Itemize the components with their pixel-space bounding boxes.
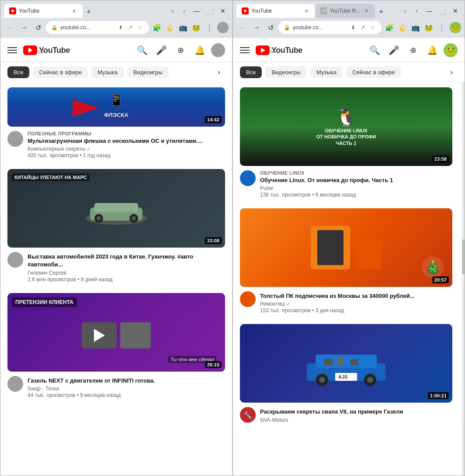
chip-all-left[interactable]: Все (7, 66, 29, 78)
bookmark-star-icon-right[interactable]: ☆ (368, 24, 376, 31)
extension-frog-icon-right[interactable]: 🐸 (423, 21, 435, 34)
channel-name-1[interactable]: Компьютерные секреты ✓ (28, 146, 225, 152)
channel-avatar-2-left[interactable] (7, 252, 23, 268)
video-card-2-left[interactable]: КИТАЙЦЫ УЛЕТАЮТ НА МАРС 33:08 (0, 164, 232, 287)
video-stats-1: 405 тыс. просмотров • 1 год назад (28, 152, 225, 159)
channel-avatar-2-right[interactable] (240, 291, 256, 307)
share-icon[interactable]: ↗ (126, 24, 134, 31)
maximize-button-left[interactable]: ⬜ (204, 5, 215, 17)
chip-games-right[interactable]: Видеоигры (265, 66, 307, 78)
channel-name-r3[interactable]: NVA-Motors (260, 417, 452, 423)
mic-icon-btn-left[interactable]: 🎤 (153, 42, 169, 58)
channel-avatar-3-right[interactable]: 🔧 (240, 407, 256, 423)
video-thumbnail-partial: 📱 ФЛЭСКА 14:42 (7, 87, 225, 127)
maximize-button-right[interactable]: ⬜ (437, 5, 448, 17)
close-window-button-right[interactable]: ✕ (450, 5, 461, 17)
yt-content-left[interactable]: 📱 ФЛЭСКА 14:42 ПОЛЕЗНЫЕ ПРОГРАММЫ Мульти… (0, 82, 232, 476)
upload-icon-btn-left[interactable]: ⊕ (173, 42, 188, 58)
back-button-right[interactable]: ← (236, 21, 249, 34)
video-card-3-right[interactable]: AJS 1:00:21 🔧 Раскрываем секреты свапа V… (233, 319, 459, 428)
verified-icon-r2: ✓ (286, 301, 290, 307)
channel-name-2[interactable]: Гилевич Сергей (28, 270, 225, 276)
tab-close-right-2[interactable]: ✕ (363, 7, 370, 14)
bell-icon-btn-right[interactable]: 🔔 (424, 42, 440, 58)
tab-youtube-right-2[interactable]: YT YouTube R... ✕ (315, 4, 375, 18)
video-duration-r1: 23:58 (432, 155, 449, 162)
download-icon[interactable]: ⬇ (117, 24, 125, 31)
profile-avatar-left[interactable] (217, 22, 229, 33)
channel-avatar-partial[interactable] (7, 131, 23, 147)
filter-more-left[interactable]: › (213, 66, 225, 78)
channel-avatar-1-right[interactable] (240, 170, 256, 186)
chip-music-right[interactable]: Музыка (310, 66, 343, 78)
video-card-3-left[interactable]: ПРЕТЕНЗИИ КЛИЕНТА Ты что мне сделал 26:1… (0, 288, 232, 404)
tab-scroll-left-right-btn[interactable]: ‹ (400, 6, 410, 16)
hamburger-menu-right[interactable] (240, 45, 250, 55)
video-title-3: Газель NEXT с двигателем от INFINITI гот… (28, 377, 225, 385)
scrollbar-right[interactable] (462, 82, 465, 476)
tab-close-right-1[interactable]: ✕ (303, 7, 310, 14)
video-card-1-right[interactable]: 🐧 ОБУЧЕНИЕ LINUXОТ НОВИЧКА ДО ПРОФИЧАСТЬ… (233, 82, 459, 203)
chip-live-left[interactable]: Сейчас в эфире (33, 66, 88, 78)
download-icon-right[interactable]: ⬇ (349, 24, 357, 31)
filter-more-right[interactable]: › (445, 66, 458, 78)
extension-icon-1[interactable]: 🪝 (164, 21, 176, 34)
chip-games-left[interactable]: Видеоигры (127, 66, 169, 78)
yt-logo-left[interactable]: YouTube CO (23, 45, 70, 55)
yt-content-right[interactable]: 🐧 ОБУЧЕНИЕ LINUXОТ НОВИЧКА ДО ПРОФИЧАСТЬ… (233, 82, 462, 476)
yt-avatar-right[interactable]: 🐸 (444, 43, 458, 57)
more-options-btn-right[interactable]: ⋮ (436, 21, 448, 34)
search-icon-btn-left[interactable]: 🔍 (134, 42, 150, 58)
new-tab-button-left[interactable]: + (83, 6, 95, 18)
address-bar-input-left[interactable]: 🔒 youtube.co... ⬇ ↗ ☆ (46, 21, 149, 34)
mic-icon-btn-right[interactable]: 🎤 (386, 42, 402, 58)
scrollbar-thumb-right[interactable] (462, 239, 465, 274)
forward-button-left[interactable]: → (18, 21, 30, 34)
upload-icon-btn-right[interactable]: ⊕ (405, 42, 421, 58)
yt-logo-icon-left (23, 45, 37, 55)
channel-name-r2[interactable]: Ремонтяш ✓ (260, 301, 452, 307)
more-options-btn-left[interactable]: ⋮ (203, 21, 215, 34)
bell-icon-btn-left[interactable]: 🔔 (192, 42, 208, 58)
reload-button-left[interactable]: ↺ (32, 21, 44, 34)
chip-music-left[interactable]: Музыка (91, 66, 124, 78)
tab-scroll-right-btn[interactable]: › (179, 6, 189, 16)
channel-avatar-3-left[interactable] (7, 376, 23, 392)
extension-icon-2-right[interactable]: 📺 (409, 21, 422, 34)
extensions-puzzle-icon-right[interactable]: 🧩 (383, 21, 396, 34)
video-card-2-right[interactable]: 🎄 20:57 Толстый ПК подписчика из Москвы … (233, 203, 459, 319)
chip-live-right[interactable]: Сейчас в эфире (346, 66, 401, 78)
tab-youtube-right[interactable]: YouTube ✕ (236, 4, 315, 18)
yt-logo-right[interactable]: YouTube RU (256, 45, 302, 55)
profile-avatar-right[interactable]: 🐸 (450, 22, 461, 33)
extension-icon-2[interactable]: 📺 (177, 21, 189, 34)
extensions-puzzle-icon[interactable]: 🧩 (151, 21, 163, 34)
video-duration-r3: 1:00:21 (428, 392, 449, 399)
share-icon-right[interactable]: ↗ (359, 24, 367, 31)
tab-favicon-right-2: YT (320, 7, 327, 14)
minimize-button-left[interactable]: — (191, 5, 202, 17)
extension-icon-1-right[interactable]: 🪝 (396, 21, 409, 34)
minimize-button-right[interactable]: — (423, 5, 435, 17)
tab-youtube-left[interactable]: YouTube ✕ (4, 4, 83, 18)
svg-point-8 (97, 216, 101, 221)
channel-name-3[interactable]: Swap - Точка (28, 386, 225, 392)
tab-scroll-left-btn[interactable]: ‹ (167, 6, 178, 16)
extension-frog-icon[interactable]: 🐸 (190, 21, 202, 34)
close-window-button-left[interactable]: ✕ (217, 5, 229, 17)
new-tab-button-right[interactable]: + (375, 6, 387, 18)
browser-window-right: YouTube ✕ YT YouTube R... ✕ + ‹ › — ⬜ (232, 0, 465, 476)
forward-button-right[interactable]: → (250, 21, 263, 34)
bookmark-star-icon[interactable]: ☆ (136, 24, 144, 31)
search-icon-btn-right[interactable]: 🔍 (367, 42, 382, 58)
yt-avatar-left[interactable] (211, 43, 225, 57)
tab-scroll-right-right-btn[interactable]: › (411, 6, 422, 16)
tab-close-left[interactable]: ✕ (70, 7, 77, 14)
hamburger-menu-left[interactable] (7, 45, 18, 55)
video-card-partial-left[interactable]: 📱 ФЛЭСКА 14:42 ПОЛЕЗНЫЕ ПРОГРАММЫ Мульти… (0, 82, 232, 164)
reload-button-right[interactable]: ↺ (264, 21, 277, 34)
chip-all-right[interactable]: Все (240, 66, 262, 78)
channel-name-r1[interactable]: Pulse (260, 185, 452, 191)
back-button-left[interactable]: ← (4, 21, 16, 34)
address-bar-input-right[interactable]: 🔒 youtube.co... ⬇ ↗ ☆ (278, 21, 382, 34)
